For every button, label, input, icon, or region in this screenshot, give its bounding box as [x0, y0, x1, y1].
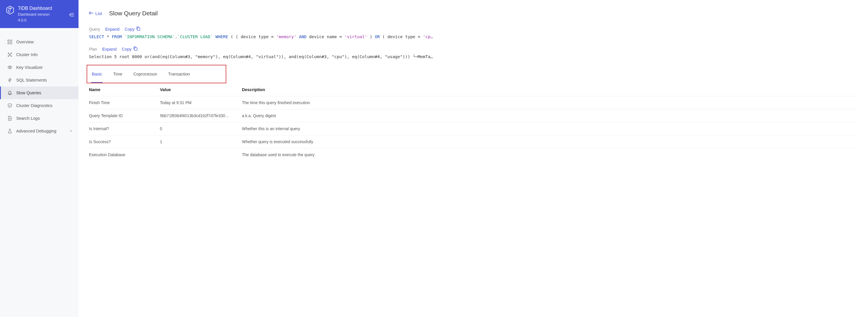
- query-copy-link[interactable]: Copy: [125, 27, 140, 32]
- detail-tabs: Basic Time Coprocessor Transaction: [91, 65, 222, 83]
- sidebar-item-label: Overview: [16, 40, 34, 44]
- file-icon: [7, 116, 12, 120]
- header-value: Value: [160, 87, 242, 92]
- tab-coprocessor[interactable]: Coprocessor: [133, 65, 158, 83]
- sidebar-item-search-logs[interactable]: Search Logs: [0, 112, 79, 125]
- sidebar-item-label: Search Logs: [16, 116, 40, 120]
- svg-rect-22: [134, 48, 137, 50]
- table-header-row: Name Value Description: [89, 83, 858, 96]
- sidebar: TiDB Dashboard Dashboard version 4.0.0 O…: [0, 0, 79, 317]
- flask-icon: [7, 129, 12, 133]
- cell-value: 0: [160, 127, 242, 131]
- tab-transaction[interactable]: Transaction: [167, 65, 190, 83]
- table-row: Is Success? 1 Whether query is executed …: [89, 135, 858, 148]
- table-row: Is Internal? 0 Whether this is an intern…: [89, 122, 858, 135]
- copy-link-label: Copy: [122, 47, 131, 51]
- shield-icon: [7, 103, 12, 108]
- eye-icon: [7, 65, 12, 70]
- cell-name: Execution Database: [89, 152, 160, 157]
- app-version: 4.0.0: [18, 17, 52, 23]
- back-link-label: List: [95, 11, 102, 16]
- copy-link-label: Copy: [125, 27, 134, 32]
- plan-label: Plan: [89, 47, 97, 51]
- cluster-icon: [7, 52, 12, 57]
- svg-line-15: [10, 55, 11, 56]
- lightning-icon: [7, 78, 12, 82]
- query-expand-link[interactable]: Expand: [105, 27, 119, 32]
- cell-description: a.k.a. Query digest: [242, 113, 858, 118]
- chevron-down-icon: [69, 129, 73, 133]
- cell-description: Whether query is executed successfully: [242, 139, 858, 144]
- cell-value: [160, 152, 242, 157]
- cell-value: 1: [160, 139, 242, 144]
- sidebar-item-label: Advanced Debugging: [16, 129, 57, 133]
- app-title: TiDB Dashboard: [18, 5, 52, 11]
- sidebar-item-slow-queries[interactable]: Slow Queries: [0, 86, 79, 99]
- plan-text: Selection_5 root 8000 or(and(eq(Column#3…: [89, 55, 858, 59]
- tabs-highlight-box: Basic Time Coprocessor Transaction: [87, 65, 226, 83]
- svg-rect-4: [10, 40, 12, 41]
- cell-description: The time this query finished execution: [242, 100, 858, 105]
- table-row: Finish Time Today at 9:31 PM The time th…: [89, 96, 858, 109]
- sidebar-item-label: Cluster Info: [16, 52, 38, 57]
- tab-time[interactable]: Time: [113, 65, 123, 83]
- sidebar-item-label: Slow Queries: [16, 91, 41, 95]
- plan-section-header: Plan Expand Copy: [89, 46, 858, 51]
- query-label: Query: [89, 27, 100, 32]
- cell-description: The database used to execute the query: [242, 152, 858, 157]
- sidebar-item-cluster-diagnostics[interactable]: Cluster Diagnostics: [0, 99, 79, 112]
- cell-value: 5bb71f8364f4013b3cd1b2f7d7fe330…: [160, 113, 242, 118]
- sidebar-item-label: Cluster Diagnostics: [16, 103, 53, 108]
- svg-marker-17: [8, 78, 11, 82]
- sidebar-nav: Overview Cluster Info Key Visualizer SQL…: [0, 28, 79, 137]
- sidebar-item-label: Key Visualizer: [16, 65, 43, 70]
- svg-rect-21: [137, 28, 140, 30]
- cell-name: Finish Time: [89, 100, 160, 105]
- sidebar-item-label: SQL Statements: [16, 78, 47, 82]
- sidebar-item-advanced-debugging[interactable]: Advanced Debugging: [0, 125, 79, 137]
- sidebar-item-overview[interactable]: Overview: [0, 36, 79, 48]
- overview-icon: [7, 40, 12, 44]
- sidebar-item-key-visualizer[interactable]: Key Visualizer: [0, 61, 79, 74]
- query-sql: SELECT * FROM `INFORMATION_SCHEMA`.`CLUS…: [89, 34, 858, 39]
- back-to-list-link[interactable]: List: [89, 11, 102, 16]
- tab-basic[interactable]: Basic: [91, 65, 102, 83]
- sidebar-collapse-button[interactable]: [69, 13, 74, 17]
- detail-table: Name Value Description Finish Time Today…: [89, 83, 858, 161]
- arrow-left-icon: [89, 11, 94, 16]
- sidebar-item-sql-statements[interactable]: SQL Statements: [0, 74, 79, 86]
- cell-name: Is Success?: [89, 139, 160, 144]
- header-name: Name: [89, 87, 160, 92]
- cell-name: Query Template ID: [89, 113, 160, 118]
- svg-line-14: [9, 55, 9, 56]
- query-section-header: Query Expand Copy: [89, 27, 858, 32]
- svg-point-16: [9, 67, 11, 68]
- sidebar-item-cluster-info[interactable]: Cluster Info: [0, 48, 79, 61]
- sidebar-header: TiDB Dashboard Dashboard version 4.0.0: [0, 0, 79, 28]
- svg-rect-3: [8, 40, 9, 41]
- page-header: List Slow Query Detail: [89, 10, 858, 17]
- cell-value: Today at 9:31 PM: [160, 100, 242, 105]
- svg-line-13: [10, 54, 11, 55]
- svg-rect-6: [10, 42, 12, 44]
- table-row: Execution Database The database used to …: [89, 148, 858, 161]
- plan-copy-link[interactable]: Copy: [122, 46, 137, 51]
- page-title: Slow Query Detail: [109, 10, 158, 17]
- main-content: List Slow Query Detail Query Expand Copy…: [79, 0, 868, 317]
- app-subtitle: Dashboard version: [18, 11, 52, 17]
- cell-description: Whether this is an internal query: [242, 127, 858, 131]
- svg-rect-5: [8, 42, 9, 44]
- svg-line-12: [9, 54, 9, 55]
- cell-name: Is Internal?: [89, 127, 160, 131]
- plan-expand-link[interactable]: Expand: [102, 47, 117, 51]
- copy-icon: [136, 27, 140, 32]
- tidb-logo-icon: [6, 6, 14, 15]
- bell-icon: [7, 91, 12, 95]
- table-row: Query Template ID 5bb71f8364f4013b3cd1b2…: [89, 109, 858, 122]
- header-description: Description: [242, 87, 858, 92]
- copy-icon: [133, 46, 137, 51]
